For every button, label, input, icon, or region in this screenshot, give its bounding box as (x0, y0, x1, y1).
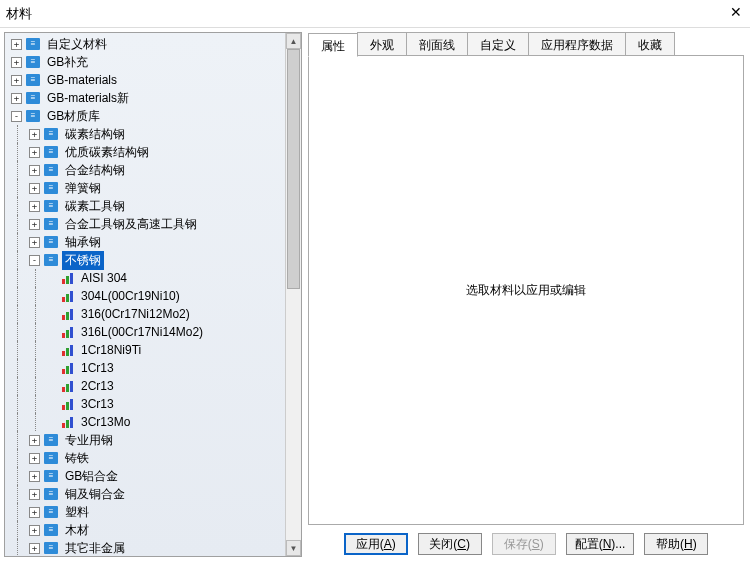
tree-node-label[interactable]: GB材质库 (44, 107, 103, 126)
folder-icon (44, 218, 58, 230)
tree-node-label[interactable]: GB铝合金 (62, 467, 121, 486)
collapse-icon[interactable]: - (11, 111, 22, 122)
tree-item[interactable]: 316L(00Cr17Ni14Mo2) (7, 323, 285, 341)
tab[interactable]: 外观 (357, 32, 407, 55)
expand-icon[interactable]: + (29, 147, 40, 158)
tree-folder[interactable]: -不锈钢 (7, 251, 285, 269)
tree-node-label[interactable]: 3Cr13Mo (78, 414, 133, 430)
tree-folder[interactable]: +合金工具钢及高速工具钢 (7, 215, 285, 233)
scroll-up-icon[interactable]: ▲ (286, 33, 301, 49)
tree-node-label[interactable]: GB补充 (44, 53, 91, 72)
tab[interactable]: 自定义 (467, 32, 529, 55)
tree-folder[interactable]: +GB补充 (7, 53, 285, 71)
tree-item[interactable]: 1Cr18Ni9Ti (7, 341, 285, 359)
tab[interactable]: 收藏 (625, 32, 675, 55)
scroll-down-icon[interactable]: ▼ (286, 540, 301, 556)
tree-node-label[interactable]: 专业用钢 (62, 431, 116, 450)
expand-icon[interactable]: + (11, 75, 22, 86)
tree-node-label[interactable]: 304L(00Cr19Ni10) (78, 288, 183, 304)
tree-node-label[interactable]: 1Cr18Ni9Ti (78, 342, 144, 358)
tree-node-label[interactable]: GB-materials新 (44, 89, 132, 108)
tree-node-label[interactable]: 塑料 (62, 503, 92, 522)
tree-node-label[interactable]: 自定义材料 (44, 35, 110, 54)
tree-node-label[interactable]: 铜及铜合金 (62, 485, 128, 504)
tab[interactable]: 属性 (308, 33, 358, 57)
tree-folder[interactable]: +木材 (7, 521, 285, 539)
tree-folder[interactable]: +GB-materials新 (7, 89, 285, 107)
close-icon[interactable]: ✕ (730, 4, 742, 20)
tab[interactable]: 剖面线 (406, 32, 468, 55)
tree-folder[interactable]: +GB铝合金 (7, 467, 285, 485)
tree-node-label[interactable]: 1Cr13 (78, 360, 117, 376)
expand-icon[interactable]: + (29, 237, 40, 248)
tree-item[interactable]: 2Cr13 (7, 377, 285, 395)
tree-folder[interactable]: +自定义材料 (7, 35, 285, 53)
expand-icon[interactable]: + (29, 489, 40, 500)
tree-node-label[interactable]: 木材 (62, 521, 92, 540)
close-button[interactable]: 关闭(C) (418, 533, 482, 555)
tree-item[interactable]: 3Cr13 (7, 395, 285, 413)
material-tree-panel: +自定义材料+GB补充+GB-materials+GB-materials新-G… (4, 32, 302, 557)
tree-node-label[interactable]: 合金结构钢 (62, 161, 128, 180)
tree-node-label[interactable]: 316L(00Cr17Ni14Mo2) (78, 324, 206, 340)
tree-node-label[interactable]: 316(0Cr17Ni12Mo2) (78, 306, 193, 322)
collapse-icon[interactable]: - (29, 255, 40, 266)
expander-none (47, 345, 58, 356)
tree-folder[interactable]: +铜及铜合金 (7, 485, 285, 503)
tree-node-label[interactable]: 碳素工具钢 (62, 197, 128, 216)
tree-folder[interactable]: +弹簧钢 (7, 179, 285, 197)
expand-icon[interactable]: + (29, 435, 40, 446)
tree-folder[interactable]: +专业用钢 (7, 431, 285, 449)
tree-folder[interactable]: +其它非金属 (7, 539, 285, 556)
tree-item[interactable]: 3Cr13Mo (7, 413, 285, 431)
expand-icon[interactable]: + (29, 219, 40, 230)
tree-item[interactable]: 316(0Cr17Ni12Mo2) (7, 305, 285, 323)
tab-bar: 属性外观剖面线自定义应用程序数据收藏 (308, 32, 744, 56)
expand-icon[interactable]: + (29, 165, 40, 176)
expand-icon[interactable]: + (29, 471, 40, 482)
tree-node-label[interactable]: 其它非金属 (62, 539, 128, 557)
expand-icon[interactable]: + (29, 507, 40, 518)
expand-icon[interactable]: + (29, 453, 40, 464)
expand-icon[interactable]: + (29, 129, 40, 140)
tree-folder[interactable]: +优质碳素结构钢 (7, 143, 285, 161)
tree-node-label[interactable]: 碳素结构钢 (62, 125, 128, 144)
tree-folder[interactable]: +塑料 (7, 503, 285, 521)
tree-folder[interactable]: -GB材质库 (7, 107, 285, 125)
tree-node-label[interactable]: 2Cr13 (78, 378, 117, 394)
material-tree[interactable]: +自定义材料+GB补充+GB-materials+GB-materials新-G… (5, 33, 285, 556)
expand-icon[interactable]: + (29, 525, 40, 536)
tree-node-label[interactable]: 铸铁 (62, 449, 92, 468)
tree-node-label[interactable]: 不锈钢 (62, 251, 104, 270)
tab[interactable]: 应用程序数据 (528, 32, 626, 55)
tree-node-label[interactable]: AISI 304 (78, 270, 130, 286)
tree-folder[interactable]: +碳素工具钢 (7, 197, 285, 215)
tree-folder[interactable]: +碳素结构钢 (7, 125, 285, 143)
tree-node-label[interactable]: 优质碳素结构钢 (62, 143, 152, 162)
expand-icon[interactable]: + (11, 39, 22, 50)
tree-folder[interactable]: +轴承钢 (7, 233, 285, 251)
tree-scrollbar[interactable]: ▲ ▼ (285, 33, 301, 556)
tree-folder[interactable]: +GB-materials (7, 71, 285, 89)
tree-node-label[interactable]: GB-materials (44, 72, 120, 88)
scroll-thumb[interactable] (287, 49, 300, 289)
expand-icon[interactable]: + (11, 93, 22, 104)
expand-icon[interactable]: + (29, 201, 40, 212)
expand-icon[interactable]: + (11, 57, 22, 68)
config-button[interactable]: 配置(N)... (566, 533, 635, 555)
help-button[interactable]: 帮助(H) (644, 533, 708, 555)
tree-node-label[interactable]: 轴承钢 (62, 233, 104, 252)
expand-icon[interactable]: + (29, 183, 40, 194)
tree-node-label[interactable]: 弹簧钢 (62, 179, 104, 198)
tree-folder[interactable]: +铸铁 (7, 449, 285, 467)
tree-folder[interactable]: +合金结构钢 (7, 161, 285, 179)
folder-icon (44, 452, 58, 464)
expand-icon[interactable]: + (29, 543, 40, 554)
material-icon (62, 362, 74, 374)
apply-button[interactable]: 应用(A) (344, 533, 408, 555)
tree-item[interactable]: 1Cr13 (7, 359, 285, 377)
tree-item[interactable]: 304L(00Cr19Ni10) (7, 287, 285, 305)
tree-item[interactable]: AISI 304 (7, 269, 285, 287)
tree-node-label[interactable]: 3Cr13 (78, 396, 117, 412)
tree-node-label[interactable]: 合金工具钢及高速工具钢 (62, 215, 200, 234)
